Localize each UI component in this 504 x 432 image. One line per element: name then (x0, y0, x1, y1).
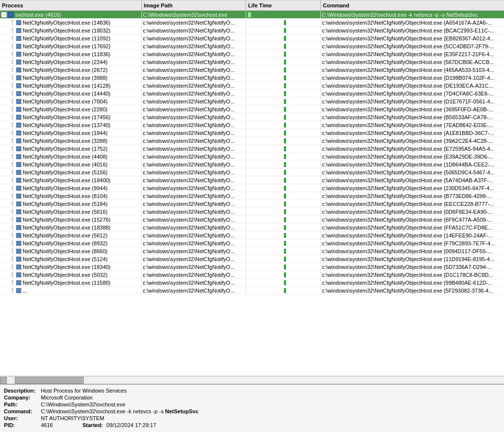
table-row[interactable]: NetCfgNotifyObjectHost.exe (8104)c:\wind… (0, 192, 504, 200)
command-cell: c:\windows\system32\NetCfgNotifyObjectHo… (321, 74, 504, 81)
process-dots-icon (10, 99, 15, 104)
process-icon-small (16, 44, 21, 49)
lifetime-bar (284, 194, 286, 199)
table-row[interactable]: NetCfgNotifyObjectHost.exe (5124)c:\wind… (0, 255, 504, 263)
command-cell: c:\windows\system32\NetCfgNotifyObjectHo… (321, 216, 504, 223)
process-dots-icon (10, 288, 15, 293)
hscroll-thumb[interactable] (15, 377, 84, 384)
imagepath-cell: c:\windows\system32\NetCfgNotifyO... (142, 50, 246, 58)
imagepath-value-selected: C:\Windows\System32\svchost.exe (143, 12, 227, 18)
table-row[interactable]: NetCfgNotifyObjectHost.exe (1752)c:\wind… (0, 145, 504, 153)
process-icon-small (16, 60, 21, 65)
started-value: 09/12/2024 17:29:17 (106, 422, 156, 428)
table-row[interactable]: NetCfgNotifyObjectHost.exe (14128)c:\win… (0, 82, 504, 90)
process-icon-small (16, 107, 21, 112)
table-row[interactable]: NetCfgNotifyObjectHost.exe (18388)c:\win… (0, 224, 504, 232)
process-cell: NetCfgNotifyObjectHost.exe (2280) (0, 105, 142, 113)
imagepath-cell: c:\windows\system32\NetCfgNotifyO... (142, 27, 246, 34)
expand-icon[interactable]: - (1, 12, 7, 18)
imagepath-cell: c:\windows\system32\NetCfgNotifyO... (142, 224, 246, 231)
table-row[interactable]: NetCfgNotifyObjectHost.exe (17456)c:\win… (0, 113, 504, 121)
table-row[interactable]: NetCfgNotifyObjectHost.exe (2280)c:\wind… (0, 105, 504, 113)
lifetime-bar (284, 201, 286, 206)
process-cell: NetCfgNotifyObjectHost.exe (18032) (0, 27, 142, 34)
table-row[interactable]: NetCfgNotifyObjectHost.exe (5612)c:\wind… (0, 232, 504, 239)
table-row[interactable]: NetCfgNotifyObjectHost.exe (5156)c:\wind… (0, 168, 504, 176)
table-row[interactable]: NetCfgNotifyObjectHost.exe (2244)c:\wind… (0, 58, 504, 66)
process-dots-icon (10, 36, 15, 41)
company-label: Company: (4, 395, 41, 400)
col-lifetime-header[interactable]: Life Time (246, 0, 321, 10)
user-value: NT AUTHORITY\SYSTEM (41, 415, 104, 421)
command-cell: c:\windows\system32\NetCfgNotifyObjectHo… (321, 90, 504, 97)
lifetime-cell (246, 263, 321, 270)
process-dots-icon (10, 272, 15, 277)
process-cell: NetCfgNotifyObjectHost.exe (5124) (0, 255, 142, 263)
command-value: C:\Windows\System32\svchost.exe -k netsv… (41, 408, 198, 414)
lifetime-cell (246, 279, 321, 286)
command-cell: c:\windows\system32\NetCfgNotifyObjectHo… (321, 168, 504, 176)
table-row[interactable]: NetCfgNotifyObjectHost.exe (3988)c:\wind… (0, 74, 504, 82)
table-row[interactable]: NetCfgNotifyObjectHost.exe (15276)c:\win… (0, 216, 504, 224)
lifetime-bar (284, 28, 286, 33)
lifetime-cell (246, 192, 321, 199)
table-row[interactable]: NetCfgNotifyObjectHost.exe (11580)c:\win… (0, 279, 504, 287)
table-row[interactable]: NetCfgNotifyObjectHost.exe (4016)c:\wind… (0, 161, 504, 168)
process-cell: NetCfgNotifyObjectHost.exe (11580) (0, 279, 142, 286)
horizontal-scrollbar[interactable] (0, 376, 504, 384)
col-imagepath-header[interactable]: Image Path (142, 0, 246, 10)
table-row[interactable]: NetCfgNotifyObjectHost.exe (18340)c:\win… (0, 263, 504, 271)
table-row[interactable]: NetCfgNotifyObjectHost.exe (5184)c:\wind… (0, 200, 504, 208)
command-cell: c:\windows\system32\NetCfgNotifyObjectHo… (321, 255, 504, 263)
table-row[interactable]: NetCfgNotifyObjectHost.exe (3288)c:\wind… (0, 137, 504, 145)
col-command-header[interactable]: Command (321, 0, 504, 10)
table-row[interactable]: NetCfgNotifyObjectHost.exe (9944)c:\wind… (0, 184, 504, 192)
table-row[interactable]: NetCfgNotifyObjectHost.exe (18032)c:\win… (0, 27, 504, 34)
col-process-header[interactable]: Process (0, 0, 142, 10)
process-name: NetCfgNotifyObjectHost.exe (8104) (23, 193, 107, 199)
table-row[interactable]: NetCfgNotifyObjectHost.exe (2672)c:\wind… (0, 66, 504, 74)
table-row[interactable]: NetCfgNotifyObjectHost.exe (8660)c:\wind… (0, 247, 504, 255)
table-row[interactable]: NetCfgNotifyObjectHost.exe (11092)c:\win… (0, 34, 504, 42)
lifetime-bar-selected (248, 12, 251, 17)
command-label: Command: (4, 408, 41, 414)
process-name: NetCfgNotifyObjectHost.exe (2280) (23, 106, 107, 112)
table-row[interactable]: NetCfgNotifyObjectHost.exe (5616)c:\wind… (0, 208, 504, 216)
command-cell: c:\windows\system32\NetCfgNotifyObjectHo… (321, 137, 504, 144)
table-body[interactable]: - svchost.exe (4616) C:\Windows\System32… (0, 11, 504, 376)
table-row[interactable]: NetCfgNotifyObjectHost.exe (8932)c:\wind… (0, 239, 504, 247)
process-dots-icon (10, 67, 15, 72)
lifetime-bar (284, 83, 286, 88)
table-row[interactable]: NetCfgNotifyObjectHost.exe (4408)c:\wind… (0, 153, 504, 161)
imagepath-cell: c:\windows\system32\NetCfgNotifyO... (142, 279, 246, 286)
table-row[interactable]: NetCfgNotifyObjectHost.exe (5032)c:\wind… (0, 271, 504, 279)
process-cell: NetCfgNotifyObjectHost.exe (5612) (0, 232, 142, 239)
table-row-selected[interactable]: - svchost.exe (4616) C:\Windows\System32… (0, 11, 504, 19)
table-row[interactable]: NetCfgNotifyObjectHost.exe (13740)c:\win… (0, 121, 504, 129)
process-cell: NetCfgNotifyObjectHost.exe (7004) (0, 98, 142, 105)
started-container: Started: 09/12/2024 17:29:17 (82, 422, 156, 428)
table-row[interactable]: NetCfgNotifyObjectHost.exe (14836)c:\win… (0, 19, 504, 27)
table-row[interactable]: NetCfgNotifyObjectHost.exe (1844)c:\wind… (0, 129, 504, 137)
imagepath-cell: c:\windows\system32\NetCfgNotifyO... (142, 113, 246, 121)
table-row[interactable]: ...c:\windows\system32\NetCfgNotifyO...c… (0, 287, 504, 295)
process-icon-small (16, 201, 21, 206)
table-row[interactable]: NetCfgNotifyObjectHost.exe (14440)c:\win… (0, 90, 504, 98)
process-name-selected: svchost.exe (4616) (15, 12, 61, 18)
process-dots-icon (10, 225, 15, 230)
process-name: NetCfgNotifyObjectHost.exe (1752) (23, 146, 107, 152)
process-name: NetCfgNotifyObjectHost.exe (15276) (23, 217, 111, 223)
hscroll-left-btn[interactable] (0, 377, 7, 384)
process-dots-icon (10, 194, 15, 199)
table-row[interactable]: NetCfgNotifyObjectHost.exe (7004)c:\wind… (0, 98, 504, 105)
process-dots-icon (10, 241, 15, 246)
table-row[interactable]: NetCfgNotifyObjectHost.exe (11836)c:\win… (0, 50, 504, 58)
process-dots-icon (10, 91, 15, 96)
imagepath-cell: c:\windows\system32\NetCfgNotifyO... (142, 137, 246, 144)
table-row[interactable]: NetCfgNotifyObjectHost.exe (18400)c:\win… (0, 176, 504, 184)
process-icon-small (16, 241, 21, 246)
command-cell: c:\windows\system32\NetCfgNotifyObjectHo… (321, 161, 504, 168)
command-text: C:\Windows\System32\svchost.exe -k netsv… (41, 408, 165, 414)
table-row[interactable]: NetCfgNotifyObjectHost.exe (17692)c:\win… (0, 42, 504, 50)
process-name: NetCfgNotifyObjectHost.exe (5032) (23, 272, 107, 278)
